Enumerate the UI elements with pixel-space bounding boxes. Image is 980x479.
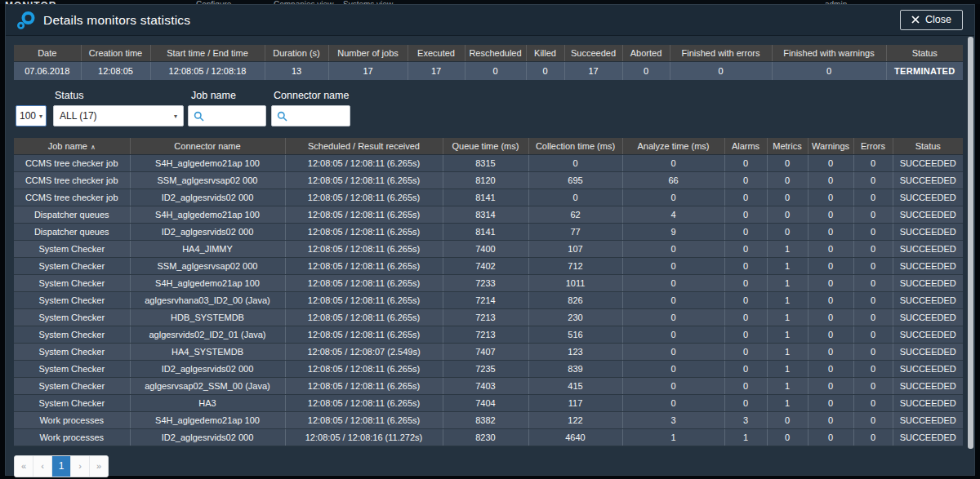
jobs-col-header[interactable]: Alarms — [724, 138, 767, 154]
page-button[interactable]: » — [90, 456, 108, 477]
summary-cell: 0 — [622, 61, 670, 80]
jobs-cell: 1011 — [528, 274, 622, 291]
table-row: System CheckerSSM_aglgesrvsap02 00012:08… — [14, 257, 963, 274]
jobs-cell: 0 — [853, 343, 893, 360]
jobs-cell: HA4_JIMMY — [130, 240, 285, 257]
jobs-cell: 7400 — [443, 240, 528, 257]
jobs-cell: aglgesrvhana03_ID2_00 (Java) — [130, 291, 285, 308]
jobs-cell: 1 — [767, 240, 808, 257]
jobs-cell: SUCCEEDED — [893, 360, 963, 377]
jobs-cell: 0 — [853, 377, 893, 394]
jobs-cell: SUCCEEDED — [893, 188, 963, 206]
jobs-cell: SSM_aglgesrvsap02 000 — [130, 257, 285, 274]
jobs-cell: 0 — [622, 188, 724, 206]
jobs-col-header[interactable]: Job name∧ — [14, 138, 130, 154]
page-size-select[interactable]: 100 ▾ — [16, 105, 47, 126]
jobs-cell: 1 — [622, 428, 724, 446]
page-button[interactable]: « — [15, 456, 33, 477]
jobs-cell: 0 — [853, 326, 893, 343]
summary-col-header: Date — [14, 45, 81, 61]
jobs-col-header[interactable]: Warnings — [808, 138, 853, 154]
jobs-cell: 0 — [808, 411, 853, 428]
jobs-cell: 0 — [767, 411, 808, 428]
jobs-cell: 12:08:05 / 12:08:11 (6.265s) — [285, 326, 443, 343]
job-name-search-input[interactable] — [208, 109, 264, 122]
jobs-cell: 0 — [808, 188, 853, 206]
jobs-cell: 0 — [724, 223, 767, 240]
jobs-col-header[interactable]: Errors — [853, 138, 893, 154]
jobs-cell: 0 — [622, 394, 724, 411]
jobs-cell: SUCCEEDED — [893, 343, 963, 360]
jobs-col-header[interactable]: Analyze time (ms) — [622, 138, 724, 154]
jobs-col-header[interactable]: Queue time (ms) — [443, 138, 528, 154]
jobs-cell: 0 — [767, 428, 808, 446]
jobs-cell: Work processes — [14, 411, 130, 428]
jobs-cell: S4H_aglgedemo21ap 100 — [130, 274, 285, 291]
job-name-search-field[interactable] — [188, 105, 266, 126]
summary-col-header: Finished with warnings — [772, 45, 886, 61]
jobs-cell: 7404 — [443, 394, 528, 411]
jobs-cell: 4 — [622, 206, 724, 223]
jobs-cell: 0 — [724, 171, 767, 188]
jobs-cell: System Checker — [14, 274, 130, 291]
table-row: System CheckerHA312:08:05 / 12:08:11 (6.… — [14, 394, 963, 411]
jobs-cell: SUCCEEDED — [893, 377, 963, 394]
jobs-cell: 0 — [767, 206, 808, 223]
jobs-cell: 12:08:05 / 12:08:11 (6.265s) — [285, 188, 443, 206]
jobs-cell: CCMS tree checker job — [14, 171, 130, 188]
jobs-cell: ID2_aglgesrvids02 000 — [130, 428, 285, 446]
jobs-col-header[interactable]: Status — [893, 138, 963, 154]
jobs-cell: 1 — [767, 308, 808, 326]
jobs-cell: SUCCEEDED — [893, 171, 963, 188]
sort-ascending-icon: ∧ — [91, 144, 96, 151]
table-row: Dispatcher queuesID2_aglgesrvids02 00012… — [14, 223, 963, 240]
jobs-col-header[interactable]: Metrics — [767, 138, 808, 154]
jobs-cell: 117 — [528, 394, 622, 411]
jobs-cell: 695 — [528, 171, 622, 188]
page-button-current[interactable]: 1 — [52, 456, 71, 477]
jobs-cell: System Checker — [14, 326, 130, 343]
table-row: System Checkeraglgesrvhana03_ID2_00 (Jav… — [14, 291, 963, 308]
jobs-cell: HA4_SYSTEMDB — [130, 343, 285, 360]
jobs-cell: 7407 — [443, 343, 528, 360]
page-button[interactable]: › — [71, 456, 90, 477]
jobs-cell: 8141 — [443, 188, 528, 206]
jobs-cell: 0 — [853, 308, 893, 326]
jobs-cell: 0 — [808, 343, 853, 360]
page-button[interactable]: ‹ — [33, 456, 52, 477]
jobs-col-header[interactable]: Scheduled / Result received — [285, 138, 443, 154]
jobs-cell: SUCCEEDED — [893, 291, 963, 308]
jobs-cell: 1 — [767, 343, 808, 360]
jobs-cell: 8230 — [443, 428, 528, 446]
connector-name-search-input[interactable] — [292, 109, 347, 122]
jobs-cell: 1 — [767, 377, 808, 394]
jobs-cell: 12:08:05 / 12:08:11 (6.265s) — [285, 171, 443, 188]
jobs-cell: 0 — [724, 188, 767, 206]
jobs-cell: S4H_aglgedemo21ap 100 — [130, 411, 285, 428]
jobs-cell: 12:08:05 / 12:08:11 (6.265s) — [285, 206, 443, 223]
job-name-filter-label: Job name — [191, 90, 236, 101]
jobs-col-header[interactable]: Connector name — [130, 138, 285, 154]
jobs-cell: 0 — [622, 343, 724, 360]
jobs-cell: 123 — [528, 343, 622, 360]
jobs-cell: 230 — [528, 308, 622, 326]
jobs-col-header[interactable]: Collection time (ms) — [528, 138, 622, 154]
jobs-cell: 0 — [853, 394, 893, 411]
jobs-statistics-table: Job name∧Connector nameScheduled / Resul… — [14, 138, 963, 446]
jobs-cell: 1 — [767, 291, 808, 308]
vertical-scrollbar[interactable] — [968, 37, 973, 449]
connector-name-search-field[interactable] — [271, 105, 350, 126]
jobs-cell: S4H_aglgedemo21ap 100 — [130, 154, 285, 171]
summary-col-header: Finished with errors — [670, 45, 772, 61]
summary-cell: 12:08:05 — [81, 61, 150, 80]
search-icon — [277, 111, 287, 122]
jobs-cell: 8120 — [443, 171, 528, 188]
jobs-cell: 77 — [528, 223, 622, 240]
jobs-cell: 12:08:05 / 12:08:07 (2.549s) — [285, 343, 443, 360]
status-filter-select[interactable]: ALL (17) ▾ — [53, 105, 184, 126]
table-row: System CheckerHDB_SYSTEMDB12:08:05 / 12:… — [14, 308, 963, 326]
page-size-value: 100 — [20, 110, 36, 122]
close-button[interactable]: Close — [900, 10, 963, 30]
status-filter-label: Status — [55, 90, 83, 101]
jobs-cell: 0 — [724, 154, 767, 171]
